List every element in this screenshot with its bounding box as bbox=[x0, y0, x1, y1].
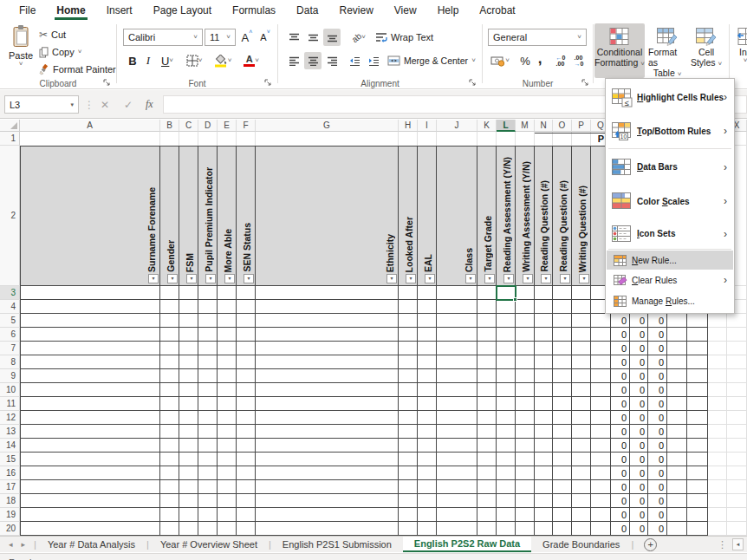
cell-R12[interactable]: 0 bbox=[611, 411, 627, 425]
decrease-indent-button[interactable] bbox=[346, 52, 363, 69]
menu-item-icon-sets[interactable]: Icon Sets› bbox=[607, 218, 733, 249]
column-header-J[interactable]: J bbox=[437, 120, 477, 132]
top-align-button[interactable] bbox=[285, 29, 302, 46]
underline-button[interactable]: U ˅ bbox=[157, 52, 178, 69]
italic-button[interactable]: I bbox=[141, 52, 155, 69]
header-label-G[interactable]: Ethnicity bbox=[385, 234, 395, 272]
row-header-14[interactable]: 14 bbox=[0, 439, 20, 453]
column-header-I[interactable]: I bbox=[418, 120, 437, 132]
cell-T17[interactable]: 0 bbox=[648, 480, 664, 494]
cell-S19[interactable]: 0 bbox=[630, 508, 645, 522]
copy-button[interactable]: Copy ˅ bbox=[39, 44, 81, 60]
cell-R10[interactable]: 0 bbox=[611, 383, 627, 397]
conditional-formatting-button[interactable]: Conditional Formatting ˅ bbox=[594, 23, 645, 78]
align-left-button[interactable] bbox=[285, 52, 302, 69]
row-header-9[interactable]: 9 bbox=[0, 369, 20, 383]
menu-item-clear-rules[interactable]: Clear Rules› bbox=[607, 270, 733, 290]
select-all-corner[interactable] bbox=[0, 120, 20, 132]
name-box[interactable]: L3 ▾ bbox=[4, 95, 79, 114]
cell-R20[interactable]: 0 bbox=[611, 522, 627, 536]
cell-S7[interactable]: 0 bbox=[630, 342, 645, 355]
menu-tab-data[interactable]: Data bbox=[286, 0, 328, 21]
column-header-O[interactable]: O bbox=[553, 120, 572, 132]
column-header-B[interactable]: B bbox=[160, 120, 179, 132]
menu-tab-acrobat[interactable]: Acrobat bbox=[469, 0, 525, 21]
cell-T18[interactable]: 0 bbox=[648, 494, 664, 508]
menu-tab-home[interactable]: Home bbox=[46, 0, 95, 21]
bottom-align-button[interactable] bbox=[323, 29, 341, 46]
column-header-D[interactable]: D bbox=[198, 120, 218, 132]
clipboard-dialog-launcher[interactable] bbox=[102, 78, 111, 87]
header-label-I[interactable]: EAL bbox=[423, 254, 433, 272]
cell-T7[interactable]: 0 bbox=[648, 342, 664, 355]
orientation-button[interactable]: ab ˅ bbox=[346, 29, 372, 46]
fill-color-button[interactable]: ˅ bbox=[211, 52, 235, 69]
filter-button-G[interactable]: ▾ bbox=[386, 274, 397, 283]
new-sheet-button[interactable]: + bbox=[644, 538, 657, 551]
sheet-tab-english-p2s1-submission[interactable]: English P2S1 Submission bbox=[271, 537, 403, 552]
insert-cells-button[interactable]: Ins ˅ bbox=[732, 23, 747, 78]
row-header-19[interactable]: 19 bbox=[0, 508, 20, 522]
increase-indent-button[interactable] bbox=[365, 52, 382, 69]
cell-T8[interactable]: 0 bbox=[648, 355, 664, 369]
sheet-nav-left-icon[interactable]: ◂ bbox=[9, 540, 13, 549]
menu-tab-help[interactable]: Help bbox=[427, 0, 470, 21]
cell-T6[interactable]: 0 bbox=[648, 328, 664, 342]
accounting-format-button[interactable]: ˅ bbox=[487, 52, 513, 69]
filter-button-E[interactable]: ▾ bbox=[224, 274, 235, 283]
cell-T14[interactable]: 0 bbox=[648, 439, 664, 453]
cell-T16[interactable]: 0 bbox=[648, 466, 664, 480]
cell-R15[interactable]: 0 bbox=[611, 453, 627, 466]
cell-S16[interactable]: 0 bbox=[630, 466, 645, 480]
filter-button-B[interactable]: ▾ bbox=[167, 274, 178, 283]
row-header-12[interactable]: 12 bbox=[0, 411, 20, 425]
row-header-11[interactable]: 11 bbox=[0, 397, 20, 411]
menu-item-data-bars[interactable]: Data Bars› bbox=[607, 150, 733, 184]
cell-R11[interactable]: 0 bbox=[611, 397, 627, 411]
cell-R16[interactable]: 0 bbox=[611, 466, 627, 480]
row-header-10[interactable]: 10 bbox=[0, 383, 20, 397]
font-name-select[interactable]: Calibri ˅ bbox=[123, 29, 203, 46]
sheet-tab-english-p2s2-raw-data[interactable]: English P2S2 Raw Data bbox=[403, 537, 531, 552]
hscroll-left-icon[interactable]: ◂ bbox=[732, 538, 744, 550]
row-header-2[interactable]: 2 bbox=[0, 146, 20, 286]
header-label-P[interactable]: Writing Question (#) bbox=[577, 186, 588, 272]
comma-style-button[interactable]: , bbox=[534, 50, 546, 68]
menu-item-new-rule[interactable]: New Rule... bbox=[607, 251, 733, 270]
filter-button-C[interactable]: ▾ bbox=[186, 274, 197, 283]
align-center-button[interactable] bbox=[304, 52, 322, 69]
cell-S14[interactable]: 0 bbox=[630, 439, 645, 453]
paste-dropdown-icon[interactable]: ˅ bbox=[19, 61, 23, 68]
cell-S13[interactable]: 0 bbox=[630, 425, 645, 439]
column-header-L[interactable]: L bbox=[497, 120, 516, 132]
row-header-20[interactable]: 20 bbox=[0, 522, 20, 536]
header-label-N[interactable]: Reading Question (#) bbox=[539, 180, 549, 272]
cell-T10[interactable]: 0 bbox=[648, 383, 664, 397]
filter-button-A[interactable]: ▾ bbox=[148, 274, 159, 283]
cell-T12[interactable]: 0 bbox=[648, 411, 664, 425]
format-painter-button[interactable]: Format Painter bbox=[39, 62, 116, 77]
cell-S8[interactable]: 0 bbox=[630, 355, 645, 369]
sheet-tab-year-overview-sheet[interactable]: Year # Overview Sheet bbox=[149, 537, 269, 552]
column-header-N[interactable]: N bbox=[535, 120, 553, 132]
row-header-17[interactable]: 17 bbox=[0, 480, 20, 494]
header-label-K[interactable]: Target Grade bbox=[483, 216, 493, 272]
insert-function-icon[interactable]: fx bbox=[146, 95, 153, 114]
header-label-O[interactable]: Reading Question (#) bbox=[558, 180, 568, 272]
cell-T15[interactable]: 0 bbox=[648, 453, 664, 466]
cell-R9[interactable]: 0 bbox=[611, 369, 627, 383]
row-header-8[interactable]: 8 bbox=[0, 355, 20, 369]
tabbar-grip[interactable]: ⋮ bbox=[718, 539, 727, 550]
menu-tab-page-layout[interactable]: Page Layout bbox=[143, 0, 222, 21]
column-header-A[interactable]: A bbox=[20, 120, 160, 132]
header-label-J[interactable]: Class bbox=[464, 248, 474, 272]
cell-T5[interactable]: 0 bbox=[648, 314, 664, 328]
cell-R18[interactable]: 0 bbox=[611, 494, 627, 508]
header-label-H[interactable]: Looked After bbox=[404, 217, 414, 272]
number-dialog-launcher[interactable] bbox=[581, 78, 589, 87]
menu-tab-review[interactable]: Review bbox=[328, 0, 383, 21]
cell-S12[interactable]: 0 bbox=[630, 411, 645, 425]
sheet-nav-right-icon[interactable]: ▸ bbox=[22, 540, 26, 549]
cell-R7[interactable]: 0 bbox=[611, 342, 627, 355]
font-color-button[interactable]: A ˅ bbox=[239, 52, 263, 69]
